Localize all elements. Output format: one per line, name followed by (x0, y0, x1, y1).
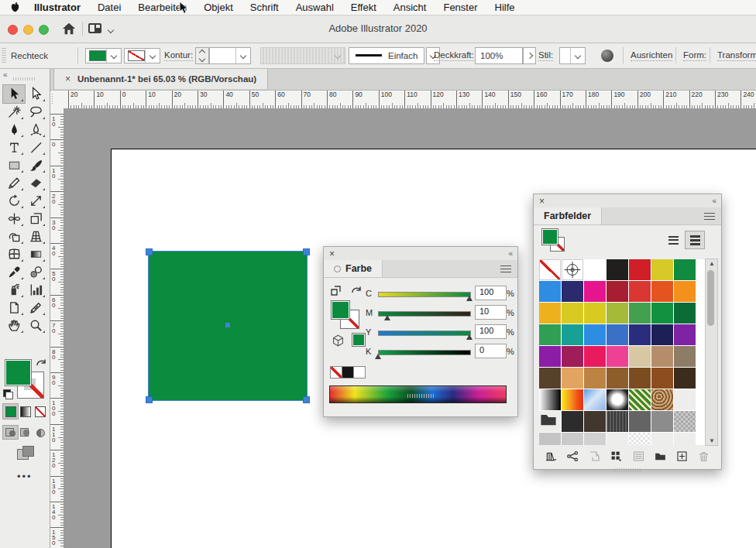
swatch[interactable] (629, 303, 651, 324)
swatch[interactable] (629, 411, 651, 432)
swatch-none[interactable] (539, 259, 561, 280)
control-bar-grip[interactable] (2, 48, 6, 63)
swatch[interactable] (607, 259, 628, 280)
edit-toolbar-button[interactable]: ••• (17, 471, 33, 482)
swatch[interactable] (562, 281, 583, 302)
swatch[interactable] (607, 346, 628, 367)
swatch-checker-white[interactable] (629, 433, 651, 445)
fill-color-dropdown[interactable] (85, 48, 122, 63)
swatch-stripes[interactable] (607, 411, 628, 432)
panel-menu-icon[interactable] (500, 265, 511, 272)
slider-track[interactable] (378, 292, 471, 297)
artboard-tool[interactable] (3, 299, 25, 317)
rectangle-tool[interactable] (3, 156, 25, 174)
line-segment-tool[interactable] (25, 139, 46, 156)
width-tool[interactable] (3, 210, 25, 228)
slider-value-input[interactable]: 100 (475, 324, 507, 339)
swatch[interactable] (629, 281, 651, 302)
close-panel-icon[interactable]: × (539, 196, 545, 207)
new-color-group-button[interactable] (652, 449, 668, 463)
horizontal-ruler[interactable]: 2010010203040506070809010011012013014015… (64, 90, 756, 109)
selected-rectangle[interactable] (149, 252, 307, 400)
swatch[interactable] (539, 433, 561, 445)
swatch[interactable] (562, 433, 583, 445)
draw-inside-button[interactable] (33, 426, 47, 439)
swatch[interactable] (651, 303, 673, 324)
swap-fill-stroke-icon[interactable] (36, 358, 46, 368)
swatch[interactable] (539, 368, 561, 389)
close-panel-icon[interactable]: × (329, 248, 335, 259)
selection-handle[interactable] (146, 248, 153, 255)
symbol-sprayer-tool[interactable] (3, 281, 25, 299)
scrollbar-thumb[interactable] (707, 270, 714, 326)
scale-tool[interactable] (25, 192, 46, 210)
scroll-down-icon[interactable]: ▼ (709, 437, 715, 444)
color-button[interactable] (3, 404, 18, 419)
form-label[interactable]: Form: (683, 50, 706, 61)
fill-proxy[interactable] (331, 300, 350, 320)
farbe-panel-header[interactable]: × « (324, 247, 517, 260)
vertical-ruler[interactable]: 1 001 02 03 04 05 06 07 08 09 01 0 01 1 … (50, 108, 64, 548)
selection-handle[interactable] (303, 248, 310, 255)
swatch[interactable] (629, 259, 651, 280)
swatch[interactable] (539, 324, 561, 345)
menu-item-datei[interactable]: Datei (89, 2, 129, 13)
farbfelder-panel-header[interactable]: × « (534, 194, 721, 207)
swatch[interactable] (539, 346, 561, 367)
slider-track[interactable] (378, 331, 471, 336)
swatch[interactable] (562, 303, 583, 324)
panel-menu-icon[interactable] (704, 212, 715, 220)
swatch[interactable] (584, 281, 606, 302)
swatch[interactable] (674, 368, 696, 389)
pencil-tool[interactable] (3, 174, 25, 192)
swatch[interactable] (607, 303, 628, 324)
ausrichten-button[interactable]: Ausrichten (631, 50, 672, 61)
menu-item-hilfe[interactable]: Hilfe (486, 2, 524, 13)
ruler-origin-corner[interactable] (50, 90, 64, 109)
slice-tool[interactable] (25, 299, 46, 317)
swatch[interactable] (651, 368, 673, 389)
swatch[interactable] (607, 368, 628, 389)
tool-panel-grip[interactable] (13, 77, 36, 80)
swatch-grad-bw[interactable] (539, 389, 561, 410)
brush-definition-dropdown[interactable]: Einfach (349, 47, 424, 64)
slider-value-input[interactable]: 100 (475, 286, 507, 300)
draw-behind-button[interactable] (18, 426, 33, 439)
swatch[interactable] (674, 281, 696, 302)
swatch[interactable] (607, 281, 628, 302)
menu-item-objekt[interactable]: Objekt (195, 2, 242, 13)
shape-builder-tool[interactable] (3, 228, 25, 245)
swatch[interactable] (651, 324, 673, 345)
column-graph-tool[interactable] (25, 281, 46, 299)
menu-item-fenster[interactable]: Fenster (435, 2, 486, 13)
swatch[interactable] (651, 346, 673, 367)
selection-handle[interactable] (146, 396, 153, 403)
kontur-label[interactable]: Kontur: (164, 50, 193, 61)
swatch[interactable] (607, 324, 628, 345)
zoom-tool[interactable] (25, 317, 46, 334)
swatch[interactable] (539, 281, 561, 302)
swatch[interactable] (584, 368, 606, 389)
collapse-panel-icon[interactable]: « (712, 197, 716, 205)
swatch-sphere[interactable] (607, 389, 628, 410)
swatch-grad-fire[interactable] (562, 389, 583, 410)
document-setup-icon[interactable] (601, 50, 613, 62)
close-document-icon[interactable]: × (65, 74, 70, 84)
curvature-pen-tool[interactable] (25, 121, 46, 139)
lasso-tool[interactable] (25, 103, 46, 121)
shape-center-point[interactable] (225, 323, 230, 327)
variable-width-profile-dropdown[interactable] (260, 47, 345, 64)
swatch[interactable] (629, 324, 651, 345)
deckkraft-label[interactable]: Deckkraft: (434, 50, 474, 61)
screen-mode-button[interactable] (17, 446, 34, 460)
swatch[interactable] (674, 324, 696, 345)
swatch-libraries-menu-button[interactable] (543, 449, 558, 463)
panel-resize-grip[interactable] (534, 465, 721, 475)
swatch-group-folder[interactable] (539, 411, 561, 432)
fill-proxy[interactable] (5, 359, 32, 386)
stil-label[interactable]: Stil: (538, 50, 553, 61)
stil-dropdown[interactable] (559, 47, 586, 64)
white-swatch[interactable] (353, 366, 366, 378)
magic-wand-tool[interactable] (3, 103, 25, 121)
collapse-panel-icon[interactable]: « (3, 70, 7, 79)
